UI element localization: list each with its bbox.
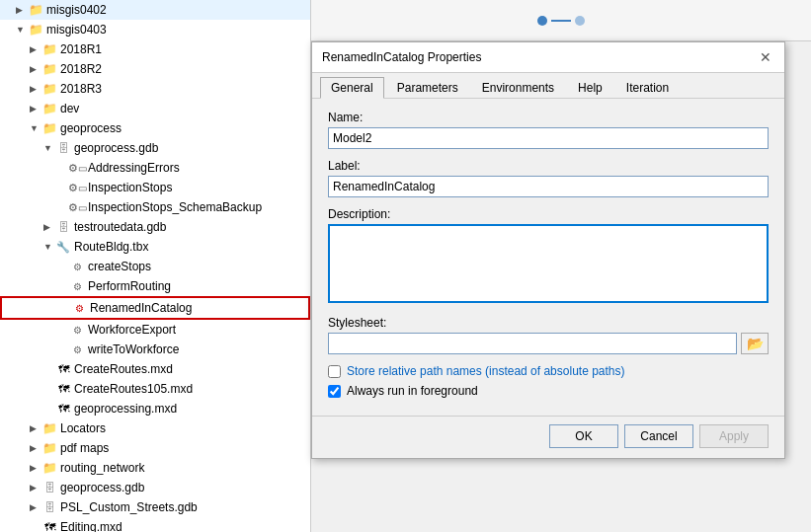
- tree-item-geoprocess-gdb2[interactable]: geoprocess.gdb: [0, 478, 310, 497]
- tree-item-InspectionStops[interactable]: ▭ InspectionStops: [0, 178, 310, 197]
- tab-help[interactable]: Help: [567, 77, 613, 98]
- stylesheet-input[interactable]: [328, 333, 737, 354]
- folder-icon-routing-network: [41, 460, 57, 476]
- arrow-PSL-Custom-Streets-gdb: [30, 502, 40, 512]
- arrow-Locators: [30, 423, 40, 433]
- tree-item-2018R2[interactable]: 2018R2: [0, 59, 310, 79]
- folder-icon-misgis0403: [28, 22, 43, 38]
- mxd-icon-CreateRoutes105: [55, 381, 71, 397]
- tree-item-CreateRoutes105-mxd[interactable]: CreateRoutes105.mxd: [0, 379, 310, 399]
- tab-environments[interactable]: Environments: [471, 77, 565, 98]
- label-label: Label:: [328, 159, 769, 173]
- checkbox-row-foreground: Always run in foreground: [328, 384, 769, 398]
- label-input[interactable]: [328, 176, 769, 197]
- tree-item-dev[interactable]: dev: [0, 99, 310, 118]
- tree-label-Locators: Locators: [60, 419, 106, 437]
- form-group-description: Description:: [328, 207, 769, 306]
- arrow-routing-network: [30, 463, 40, 473]
- gdb-icon-testroutedata: [55, 219, 71, 235]
- folder-icon-dev: [41, 101, 57, 116]
- tree-item-geoprocess-gdb[interactable]: geoprocess.gdb: [0, 138, 310, 158]
- folder-icon-Locators: [41, 420, 57, 436]
- relative-paths-label: Store relative path names (instead of ab…: [347, 364, 625, 378]
- tree-label-geoprocessing-mxd: geoprocessing.mxd: [74, 400, 177, 418]
- arrow-2018R3: [30, 84, 40, 94]
- tree-label-testroutedata-gdb: testroutedata.gdb: [74, 218, 166, 236]
- tree-item-geoprocess[interactable]: geoprocess: [0, 118, 310, 138]
- description-textarea[interactable]: [328, 224, 769, 303]
- always-run-foreground-checkbox[interactable]: [328, 385, 341, 398]
- properties-dialog: RenamedInCatalog Properties ✕ General Pa…: [311, 41, 785, 459]
- tree-label-AddressingErrors: AddressingErrors: [88, 159, 180, 177]
- model-icon-createStops: ⚙: [69, 259, 85, 274]
- arrow-2018R2: [30, 64, 40, 74]
- ok-button[interactable]: OK: [549, 424, 618, 448]
- tree-label-geoprocess-gdb2: geoprocess.gdb: [60, 479, 144, 496]
- stylesheet-browse-button[interactable]: 📂: [741, 333, 769, 354]
- apply-button[interactable]: Apply: [699, 424, 769, 448]
- tree-item-routing-network[interactable]: routing_network: [0, 458, 310, 478]
- folder-icon-2018R3: [41, 81, 57, 97]
- mxd-icon-Editing: [41, 519, 57, 532]
- tree-item-AddressingErrors[interactable]: ▭ AddressingErrors: [0, 158, 310, 178]
- tbx-icon-RouteBldg: [55, 239, 71, 255]
- tree-item-createStops[interactable]: ⚙ createStops: [0, 257, 310, 276]
- tree-item-pdf-maps[interactable]: pdf maps: [0, 438, 310, 458]
- tree-label-geoprocess: geoprocess: [60, 119, 122, 137]
- tool-icon-InspectionStops: ▭: [69, 180, 85, 195]
- tree-item-CreateRoutes-mxd[interactable]: CreateRoutes.mxd: [0, 359, 310, 379]
- arrow-geoprocess-gdb2: [30, 483, 40, 493]
- tree-label-InspectionStops-schema: InspectionStops_SchemaBackup: [88, 198, 262, 216]
- name-label: Name:: [328, 111, 769, 124]
- tree-item-2018R3[interactable]: 2018R3: [0, 79, 310, 99]
- tree-item-Locators[interactable]: Locators: [0, 418, 310, 438]
- checkbox-row-relative-paths: Store relative path names (instead of ab…: [328, 364, 769, 378]
- tree-label-2018R3: 2018R3: [60, 80, 102, 98]
- tree-label-writeToWorkforce: writeToWorkforce: [88, 341, 179, 358]
- tree-item-writeToWorkforce[interactable]: ⚙ writeToWorkforce: [0, 340, 310, 359]
- dialog-tabs: General Parameters Environments Help Ite…: [312, 73, 784, 99]
- tree-label-routing-network: routing_network: [60, 459, 144, 477]
- model-icon-RenamedInCatalog: ⚙: [71, 300, 87, 316]
- tree-item-PerformRouting[interactable]: ⚙ PerformRouting: [0, 276, 310, 296]
- connection-diagram: [537, 16, 585, 26]
- dialog-close-button[interactable]: ✕: [757, 48, 774, 66]
- tree-label-CreateRoutes-mxd: CreateRoutes.mxd: [74, 360, 173, 378]
- tree-item-PSL-Custom-Streets-gdb[interactable]: PSL_Custom_Streets.gdb: [0, 497, 310, 517]
- tree-label-2018R2: 2018R2: [60, 60, 102, 78]
- conn-line: [551, 20, 571, 22]
- tree-item-InspectionStops-schema[interactable]: ▭ InspectionStops_SchemaBackup: [0, 197, 310, 217]
- dialog-content: Name: Label: Description: Stylesheet: 📂 …: [312, 99, 784, 416]
- tree-item-WorkforceExport[interactable]: ⚙ WorkforceExport: [0, 320, 310, 340]
- folder-icon-geoprocess: [41, 120, 57, 136]
- tree-label-PSL-Custom-Streets-gdb: PSL_Custom_Streets.gdb: [60, 498, 198, 516]
- tab-general[interactable]: General: [320, 77, 384, 99]
- tree-item-2018R1[interactable]: 2018R1: [0, 39, 310, 59]
- cancel-button[interactable]: Cancel: [624, 424, 693, 448]
- tree-label-WorkforceExport: WorkforceExport: [88, 321, 176, 339]
- tree-item-testroutedata-gdb[interactable]: testroutedata.gdb: [0, 217, 310, 237]
- name-input[interactable]: [328, 127, 769, 149]
- tree-label-geoprocess-gdb: geoprocess.gdb: [74, 139, 158, 157]
- tree-item-misgis0403[interactable]: misgis0403: [0, 20, 310, 39]
- tab-parameters[interactable]: Parameters: [386, 77, 469, 98]
- dialog-footer: OK Cancel Apply: [312, 416, 784, 458]
- tree-label-misgis0402: misgis0402: [46, 1, 107, 19]
- foreground-label: Always run in foreground: [347, 384, 478, 398]
- tab-iteration[interactable]: Iteration: [615, 77, 680, 98]
- conn-node-left: [537, 16, 547, 26]
- tree-item-RenamedInCatalog[interactable]: ⚙ RenamedInCatalog: [0, 296, 310, 320]
- folder-icon-2018R1: [41, 41, 57, 57]
- tree-item-geoprocessing-mxd[interactable]: geoprocessing.mxd: [0, 399, 310, 418]
- gdb-icon-PSL-Custom-Streets: [41, 499, 57, 515]
- gdb-icon-geoprocess: [55, 140, 71, 156]
- relative-paths-checkbox[interactable]: [328, 365, 341, 378]
- description-label: Description:: [328, 207, 769, 221]
- tree-item-Editing-mxd[interactable]: Editing.mxd: [0, 517, 310, 532]
- tree-label-CreateRoutes105-mxd: CreateRoutes105.mxd: [74, 380, 193, 398]
- tree-label-dev: dev: [60, 100, 79, 117]
- folder-icon-pdf-maps: [41, 440, 57, 456]
- tree-label-pdf-maps: pdf maps: [60, 439, 109, 457]
- tree-item-RouteBldg-tbx[interactable]: RouteBldg.tbx: [0, 237, 310, 257]
- tree-item-misgis0402[interactable]: misgis0402: [0, 0, 310, 20]
